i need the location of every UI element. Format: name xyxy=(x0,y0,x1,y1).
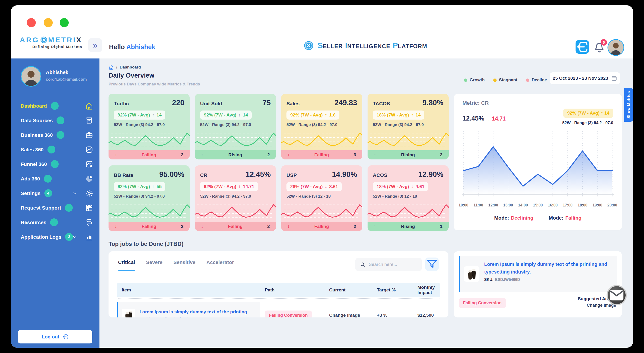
metric-card-badge: 92% (7W - Avg) ↓ 14.71 xyxy=(200,182,258,191)
metric-card-unit-sold[interactable]: Unit Sold 75 92% (7W - Avg) ↑ 14 52W - R… xyxy=(195,94,276,159)
metric-card-head: Traffic 220 xyxy=(108,94,190,107)
sidebar-item-data-sources[interactable]: Data Sources xyxy=(11,113,100,128)
brand-wordmark: ARGMETRIX xyxy=(20,36,82,44)
breadcrumb: / Dashboard xyxy=(108,65,141,70)
logout-button[interactable]: Log out xyxy=(18,330,92,343)
table-row[interactable]: Lorem Ipsum is simply dummy text of the … xyxy=(117,302,440,317)
greeting-text: Hello xyxy=(109,44,125,51)
metric-card-value: 9.80% xyxy=(422,99,444,107)
column-header-current: Current xyxy=(324,287,372,293)
sidebar-profile-avatar[interactable] xyxy=(21,66,41,87)
footer-arrow-icon: ↓ xyxy=(115,152,117,158)
notifications-button[interactable]: 5 xyxy=(593,42,605,54)
metric-card-usp[interactable]: USP 14.90% 28% (7W - Avg) ↓ 8.61 52W - R… xyxy=(281,165,362,231)
footer-label: Falling xyxy=(117,152,181,158)
metric-card-cr[interactable]: CR 12.45% 92% (7W - Avg) ↓ 14.71 52W - R… xyxy=(195,165,276,231)
detail-item[interactable]: Lorem Ipsum is simply dummy text of the … xyxy=(459,256,617,292)
tab-severe[interactable]: Severe xyxy=(146,259,162,265)
chevron-down-icon xyxy=(72,234,78,240)
metric-card-traffic[interactable]: Traffic 220 92% (7W - Avg) ↑ 14 52W - Ra… xyxy=(108,94,190,159)
badge-text: 92% (7W - Avg) xyxy=(118,112,150,118)
search-input[interactable] xyxy=(368,262,418,267)
metric-card-head: BB Rate 95.00% xyxy=(108,165,190,179)
brand-text-x: X xyxy=(76,36,82,44)
show-metrics-tab[interactable]: Show Metrics xyxy=(624,88,633,122)
metric-card-badge: 92% (7W - Avg) ↑ 14 xyxy=(200,111,252,120)
metric-card-bb-rate[interactable]: BB Rate 95.00% 92% (7W - Avg) ↑ 55 52W -… xyxy=(108,165,190,231)
metric-card-value: 12.90% xyxy=(418,170,444,179)
sidebar-item-business-360[interactable]: Business 360 xyxy=(11,128,100,142)
tab-accelerator[interactable]: Accelerator xyxy=(206,259,234,265)
metric-card-footer: ↓ Falling 2 xyxy=(108,222,190,231)
metric-card-footer: ↑ Rising 2 xyxy=(195,150,276,159)
metric-card-sparkline xyxy=(195,200,276,222)
sidebar-item-badge xyxy=(65,204,73,212)
sidebar-item-dashboard[interactable]: Dashboard xyxy=(11,99,100,113)
window-minimize-button[interactable] xyxy=(44,18,53,27)
metric-panel-delta: ↓ 14.71 xyxy=(488,116,506,122)
metric-card-head: Unit Sold 75 xyxy=(195,94,276,107)
platform-title: SELLERINTELLIGENCEPLATFORM xyxy=(318,41,430,50)
window-close-button[interactable] xyxy=(27,18,36,27)
brand-text-mid: METRI xyxy=(48,36,76,44)
metric-card-sales[interactable]: Sales 249.83 92% (7W - Avg) ↑ 1.6 52W - … xyxy=(281,94,362,159)
x-axis-label: 16:00 xyxy=(548,203,558,207)
sidebar-item-application-logs[interactable]: Application Logs 3 xyxy=(11,230,100,244)
metric-card-sparkline xyxy=(281,128,362,150)
sidebar-item-resources[interactable]: Resources xyxy=(11,215,100,230)
breadcrumb-home-icon[interactable] xyxy=(108,65,114,70)
metric-card-footer: ↑ Rising 2 xyxy=(368,150,449,159)
chat-button[interactable] xyxy=(606,285,627,305)
briefcase-icon xyxy=(85,131,93,139)
product-thumbnail xyxy=(122,309,135,317)
footer-count: 2 xyxy=(267,224,270,229)
search-icon xyxy=(360,262,366,267)
breadcrumb-crumb[interactable]: Dashboard xyxy=(120,65,141,70)
metric-card-acos[interactable]: ACOS 12.90% 18% (7W - Avg) ↓ 4.61 52W - … xyxy=(368,165,449,231)
tab-sensitive[interactable]: Sensitive xyxy=(174,259,195,265)
legend-label: Stagnant xyxy=(499,78,517,83)
metric-card-head: ACOS 12.90% xyxy=(368,165,449,179)
metric-panel-modes: Mode:Declining Mode:Falling xyxy=(454,215,622,221)
metric-card-range: 52W - Range (3) 12 - 18 xyxy=(373,194,449,199)
badge-arrow-icon: ↑ xyxy=(411,112,414,118)
filter-button[interactable] xyxy=(425,257,439,271)
x-axis-label: 14:00 xyxy=(518,203,528,207)
sidebar-item-label: Business 360 xyxy=(21,132,53,138)
sku-value: BSDJW5466D xyxy=(495,278,520,282)
platform-title-word: SELLER xyxy=(318,45,343,49)
logout-icon-button[interactable] xyxy=(576,40,589,54)
sidebar-item-sales-360[interactable]: Sales 360 xyxy=(11,142,100,157)
sidebar-item-label: Settings xyxy=(21,190,40,196)
metric-card-badge: 92% (7W - Avg) ↑ 1.6 xyxy=(286,111,340,120)
jtbd-tabs: CriticalSevereSensitiveAccelerator xyxy=(118,259,240,271)
sidebar-item-badge xyxy=(51,102,59,110)
x-axis-label: 20:00 xyxy=(608,203,617,207)
sidebar-item-ads-360[interactable]: Ads 360 xyxy=(11,171,100,186)
sidebar-item-label: Sales 360 xyxy=(21,147,44,153)
bar-chart-icon xyxy=(85,233,93,241)
mode-label: Mode: xyxy=(548,215,564,221)
path-badge: Falling Conversion xyxy=(265,310,312,318)
window-zoom-button[interactable] xyxy=(60,18,69,27)
table-item-text: Lorem Ipsum is simply dummy text of the … xyxy=(140,308,256,317)
sidebar-item-badge: 4 xyxy=(44,189,52,197)
metric-card-value: 12.45% xyxy=(246,170,271,179)
sidebar-item-label: Dashboard xyxy=(21,103,47,109)
sidebar-item-funnel-360[interactable]: Funnel 360 xyxy=(11,157,100,171)
x-axis-label: 15:00 xyxy=(533,203,543,207)
metric-card-footer: ↑ Rising 1 xyxy=(368,222,449,231)
sidebar-item-badge xyxy=(50,218,58,226)
sidebar-collapse-button[interactable]: » xyxy=(88,38,102,52)
date-range-picker[interactable]: 25 Oct 2023 - 23 Nov 2023 xyxy=(550,72,620,84)
metric-card-value: 220 xyxy=(172,99,184,107)
metric-detail-panel: Metric: CR 12.45% ↓ 14.71 92% (7W - Avg)… xyxy=(454,94,622,230)
tab-critical[interactable]: Critical xyxy=(118,259,135,265)
user-avatar[interactable] xyxy=(608,39,624,56)
sidebar-item-request-support[interactable]: Request Support xyxy=(11,200,100,215)
sidebar-item-settings[interactable]: Settings 4 xyxy=(11,186,100,200)
metric-card-tacos[interactable]: TACOS 9.80% 18% (7W - Avg) ↑ 14 52W - Ra… xyxy=(368,94,449,159)
metric-card-head: TACOS 9.80% xyxy=(368,94,449,107)
calendar-icon xyxy=(611,75,617,81)
metric-card-sparkline xyxy=(368,200,449,222)
